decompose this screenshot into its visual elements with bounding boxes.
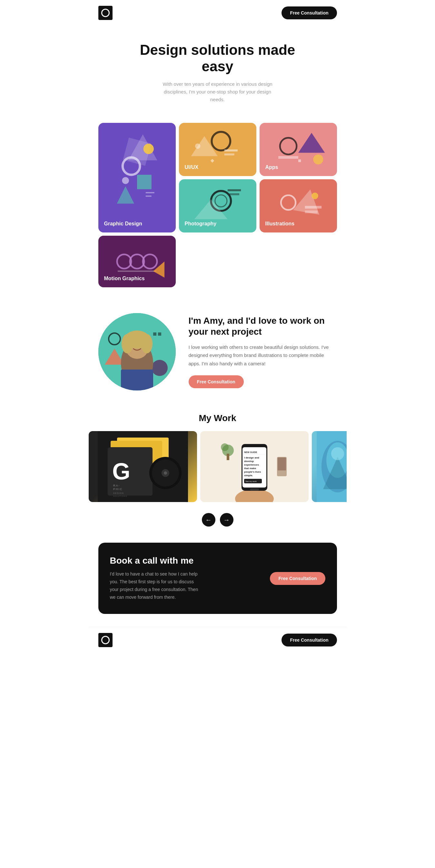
svg-point-45 — [141, 334, 153, 353]
about-body: I love working with others to create bea… — [189, 343, 337, 368]
svg-point-18 — [313, 154, 323, 164]
svg-marker-34 — [153, 261, 164, 278]
about-free-consultation-button[interactable]: Free Consultation — [189, 375, 244, 388]
service-label-illustrations: Illustrations — [266, 221, 295, 227]
svg-text:experiences: experiences — [244, 463, 259, 466]
book-call-body: I'd love to have a chat to see how I can… — [110, 570, 200, 601]
my-work-heading: My Work — [89, 413, 347, 423]
svg-point-60 — [164, 471, 167, 475]
svg-point-85 — [331, 447, 344, 460]
svg-rect-33 — [118, 271, 156, 272]
svg-rect-12 — [224, 153, 234, 155]
svg-point-30 — [117, 254, 131, 269]
service-card-uiux[interactable]: UI/UX — [179, 123, 256, 176]
svg-text:DESIGN: DESIGN — [113, 492, 124, 494]
service-card-apps[interactable]: Apps — [259, 123, 337, 176]
svg-rect-23 — [229, 193, 239, 195]
about-section: I'm Amy, and I'd love to work on your ne… — [89, 300, 347, 407]
svg-point-32 — [143, 254, 157, 269]
hero-title: Design solutions made easy — [137, 42, 298, 74]
svg-point-29 — [311, 192, 318, 199]
svg-text:NEW GUIDE: NEW GUIDE — [244, 451, 257, 453]
about-image-inner — [98, 313, 176, 391]
service-label-graphic-design: Graphic Design — [104, 221, 142, 227]
svg-rect-4 — [137, 175, 152, 189]
svg-point-16 — [280, 138, 297, 155]
hero-section: Design solutions made easy With over ten… — [89, 26, 347, 116]
svg-text:G: G — [112, 459, 130, 484]
svg-rect-22 — [227, 189, 241, 191]
about-image — [98, 313, 176, 391]
services-section: Graphic Design UI/UX Apps — [89, 116, 347, 300]
svg-rect-14 — [210, 159, 214, 163]
svg-text:SOLUTIONS: SOLUTIONS — [113, 495, 127, 497]
svg-rect-40 — [158, 333, 161, 336]
book-call-section: Book a call with me I'd love to have a c… — [98, 542, 337, 614]
about-text: I'm Amy, and I'd love to work on your ne… — [189, 315, 337, 388]
svg-point-21 — [215, 195, 227, 207]
svg-rect-80 — [278, 458, 286, 470]
carousel-next-button[interactable]: → — [220, 513, 234, 527]
svg-text:simple.: simple. — [244, 474, 253, 477]
service-card-illustrations[interactable]: Illustrations — [259, 179, 337, 232]
about-heading: I'm Amy, and I'd love to work on your ne… — [189, 315, 337, 337]
service-label-photography: Photography — [185, 221, 217, 227]
svg-rect-8 — [146, 196, 151, 197]
svg-rect-19 — [298, 160, 301, 162]
svg-rect-78 — [227, 454, 229, 460]
svg-rect-27 — [305, 206, 321, 209]
svg-text:I design and: I design and — [244, 456, 259, 459]
service-card-photography[interactable]: Photography — [179, 179, 256, 232]
logo-ring — [101, 9, 110, 17]
svg-text:RA-: RA- — [113, 484, 120, 487]
svg-rect-39 — [153, 333, 156, 336]
svg-point-9 — [212, 132, 230, 151]
svg-marker-24 — [194, 199, 227, 219]
svg-marker-6 — [117, 186, 134, 204]
service-label-uiux: UI/UX — [185, 164, 199, 170]
svg-point-31 — [130, 254, 144, 269]
work-card-3[interactable] — [312, 431, 347, 502]
work-card-1[interactable]: G RA- PHIC DESIGN SOLUTIONS — [89, 431, 197, 502]
footer-free-consultation-button[interactable]: Free Consultation — [281, 633, 337, 647]
footer: Free Consultation — [89, 627, 347, 653]
footer-logo-ring — [101, 636, 110, 644]
svg-text:See my work: See my work — [245, 480, 257, 483]
book-call-text: Book a call with me I'd love to have a c… — [110, 556, 200, 601]
svg-text:people's lives: people's lives — [244, 470, 261, 473]
svg-point-44 — [122, 334, 133, 353]
svg-point-13 — [195, 144, 200, 149]
work-card-2[interactable]: NEW GUIDE I design and develop experienc… — [200, 431, 309, 502]
service-card-graphic-design[interactable]: Graphic Design — [98, 123, 176, 232]
svg-point-3 — [143, 144, 154, 154]
service-label-motion-graphics: Motion Graphics — [104, 276, 145, 281]
svg-rect-28 — [305, 211, 317, 213]
svg-rect-46 — [121, 370, 153, 391]
svg-point-77 — [221, 443, 229, 451]
navbar: Free Consultation — [89, 0, 347, 26]
svg-rect-7 — [146, 192, 154, 193]
svg-point-5 — [122, 177, 129, 184]
my-work-section: My Work G RA- PHIC DESIGN SOLUTIONS — [89, 407, 347, 539]
svg-text:develop: develop — [244, 460, 254, 463]
svg-rect-75 — [250, 489, 259, 490]
svg-text:that make: that make — [244, 467, 256, 470]
logo[interactable] — [98, 6, 113, 20]
carousel-controls: ← → — [89, 508, 347, 536]
service-label-apps: Apps — [266, 164, 278, 170]
service-card-motion-graphics[interactable]: Motion Graphics — [98, 236, 176, 287]
svg-rect-11 — [224, 150, 237, 152]
work-gallery: G RA- PHIC DESIGN SOLUTIONS — [89, 431, 347, 508]
svg-point-26 — [281, 195, 296, 210]
hero-subtitle: With over ten years of experience in var… — [160, 80, 276, 103]
nav-free-consultation-button[interactable]: Free Consultation — [281, 6, 337, 19]
footer-logo[interactable] — [98, 633, 113, 647]
svg-rect-17 — [278, 156, 298, 159]
carousel-prev-button[interactable]: ← — [202, 513, 215, 527]
svg-text:PHIC: PHIC — [113, 488, 123, 491]
svg-point-38 — [152, 360, 168, 376]
book-call-cta-button[interactable]: Free Consultation — [270, 572, 325, 585]
svg-marker-15 — [298, 133, 325, 153]
svg-marker-25 — [293, 187, 323, 215]
book-call-heading: Book a call with me — [110, 556, 200, 566]
